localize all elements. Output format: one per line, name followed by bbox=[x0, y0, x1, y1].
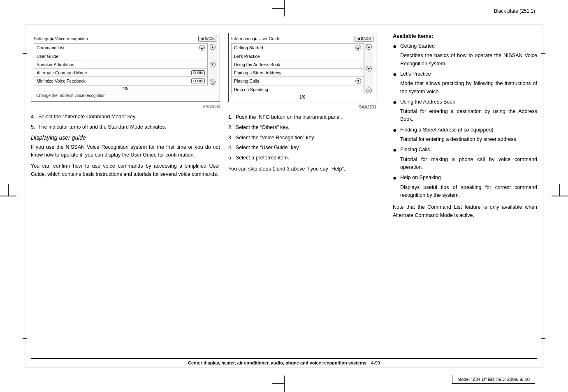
upper-section: Settings ▶ Voice recognition ◀ BACK Comm… bbox=[31, 29, 537, 219]
screen1-rows: Command List ▲ User Guide Speaker Adapta… bbox=[34, 43, 208, 85]
section-heading: Displaying user guide bbox=[31, 134, 220, 141]
right-heading: Available items: bbox=[393, 33, 537, 39]
page-border-right bbox=[543, 25, 543, 367]
screen2-row-4-label: Placing Calls bbox=[234, 78, 259, 83]
right-item-3-label: Finding a Street Address (if so equipped… bbox=[400, 126, 494, 134]
crosshair-top-h bbox=[272, 8, 284, 9]
bullet-2: ● bbox=[393, 98, 400, 106]
screen1-row-3-label: Alternate Command Mode bbox=[37, 70, 87, 75]
right-item-5-desc: Displays useful tips of speaking for cor… bbox=[400, 184, 537, 200]
screen2-down-btn[interactable]: ▼ bbox=[355, 78, 361, 84]
bullet-5: ● bbox=[393, 174, 400, 182]
right-item-4: ● Placing Calls bbox=[393, 146, 537, 154]
crosshair-left-v bbox=[8, 184, 9, 196]
right-item-3-content: Finding a Street Address (if so equipped… bbox=[400, 126, 494, 134]
model-box: Model "Z34-D" EDITED: 2009/ 9/ 10 bbox=[452, 375, 535, 384]
screen1-row-4-label: Minimize Voice Feedback bbox=[37, 78, 86, 83]
screen2-rows: Getting Started ▲ Let's Practice Using t… bbox=[231, 43, 364, 94]
screen1-rows-main: Command List ▲ User Guide Speaker Adapta… bbox=[34, 43, 208, 85]
section-para1: If you use the NISSAN Voice Recognition … bbox=[31, 143, 220, 159]
footer-page: 4-99 bbox=[371, 360, 380, 365]
crosshair-bottom-h bbox=[272, 383, 284, 384]
left-step-5: 5. The indicator turns off and the Stand… bbox=[31, 123, 220, 131]
right-item-1: ● Let’s Practice bbox=[393, 70, 537, 78]
screen1-scroll-down[interactable]: ▼ bbox=[210, 62, 216, 67]
left-steps-list: 4. Select the “Alternate Command Mode” k… bbox=[31, 113, 220, 131]
bullet-4: ● bbox=[393, 146, 400, 154]
screen1-up-btn[interactable]: ▲ bbox=[199, 45, 205, 51]
screen1-row-1[interactable]: User Guide bbox=[34, 52, 207, 60]
mid-step-3-num: 3. bbox=[228, 134, 236, 142]
screen1-row-1-label: User Guide bbox=[37, 54, 58, 59]
middle-step-2: 2. Select the “Others” key. bbox=[228, 124, 376, 131]
screen1-scroll-up[interactable]: ▲ bbox=[210, 44, 216, 50]
mid-step-2-text: Select the “Others” key. bbox=[236, 124, 376, 131]
note-para: Note that the Command List feature is on… bbox=[393, 203, 537, 219]
side-mark-left-bottom bbox=[23, 338, 27, 339]
right-item-3: ● Finding a Street Address (if so equipp… bbox=[393, 126, 537, 134]
mid-step-1-text: Push the INFO button on the instrument p… bbox=[236, 113, 376, 121]
screen2-scroll-home[interactable]: △ bbox=[366, 88, 372, 93]
screen2-row-5[interactable]: Help on Speaking bbox=[232, 85, 364, 94]
page-border-top bbox=[25, 25, 543, 25]
middle-steps-list: 1. Push the INFO button on the instrumen… bbox=[228, 113, 376, 162]
page-border-bottom bbox=[25, 367, 543, 367]
screen1-saa: SAA2530 bbox=[31, 104, 220, 109]
footer-label: Center display, heater, air conditioner,… bbox=[188, 360, 366, 365]
screen2-scroll-up[interactable]: ▲ bbox=[366, 44, 372, 50]
screen2-row-3[interactable]: Finding a Street Address bbox=[232, 69, 364, 77]
screen2-scroll-down[interactable]: ▼ bbox=[366, 66, 372, 71]
right-item-2-content: Using the Address Book bbox=[400, 98, 455, 106]
screen1-scroll-home[interactable]: △ bbox=[210, 79, 216, 85]
crosshair-right-v bbox=[559, 184, 560, 196]
screen1-row-4[interactable]: Minimize Voice Feedback O ON bbox=[34, 77, 207, 85]
screen2-row-4[interactable]: Placing Calls ▼ bbox=[232, 77, 364, 85]
mid-step-5-text: Select a preferred item. bbox=[236, 154, 376, 162]
left-step-4-num: 4. bbox=[31, 113, 38, 121]
screen1-path: Settings ▶ Voice recognition bbox=[34, 36, 88, 41]
screen2-up-btn[interactable]: ▲ bbox=[355, 45, 361, 51]
mid-step-5-num: 5. bbox=[228, 154, 236, 162]
left-steps-section: 4. Select the “Alternate Command Mode” k… bbox=[31, 113, 220, 178]
screen1-row-2[interactable]: Speaker Adaptation bbox=[34, 60, 207, 69]
left-step-4: 4. Select the “Alternate Command Mode” k… bbox=[31, 113, 220, 121]
right-item-0-content: Getting Started bbox=[400, 42, 435, 50]
middle-steps-section: 1. Push the INFO button on the instrumen… bbox=[228, 113, 376, 173]
left-step-4-text: Select the “Alternate Command Mode” key. bbox=[38, 113, 220, 121]
side-mark-right-bottom bbox=[541, 338, 545, 339]
screen2-row-2-label: Using the Address Book bbox=[234, 62, 280, 67]
screen1-header: Settings ▶ Voice recognition ◀ BACK bbox=[34, 36, 217, 42]
screen1-row-2-label: Speaker Adaptation bbox=[37, 62, 74, 67]
screen1-back-btn[interactable]: ◀ BACK bbox=[198, 36, 217, 42]
screen2-row-1[interactable]: Let's Practice bbox=[232, 52, 364, 60]
left-step-5-num: 5. bbox=[31, 123, 38, 131]
screen2-row-0[interactable]: Getting Started ▲ bbox=[232, 44, 364, 52]
screen2-rows-main: Getting Started ▲ Let's Practice Using t… bbox=[231, 43, 364, 94]
screen1-row-0[interactable]: Command List ▲ bbox=[34, 44, 207, 52]
mid-step-3-text: Select the “Voice Recognition” key. bbox=[236, 134, 376, 142]
screen2-header: Information ▶ User Guide ◀ BACK bbox=[231, 36, 373, 42]
screen2-saa: SAA2531 bbox=[228, 105, 376, 109]
right-item-4-desc: Tutorial for making a phone call by voic… bbox=[400, 156, 537, 172]
screen1-footer: Change the mode of voice recognition bbox=[34, 92, 217, 99]
screen2-row-2[interactable]: Using the Address Book bbox=[232, 60, 364, 69]
bullet-0: ● bbox=[393, 42, 400, 50]
footer-text: Center display, heater, air conditioner,… bbox=[188, 360, 380, 365]
right-item-2-label: Using the Address Book bbox=[400, 98, 455, 106]
right-item-0-label: Getting Started bbox=[400, 42, 435, 50]
screen1-box: Settings ▶ Voice recognition ◀ BACK Comm… bbox=[31, 33, 220, 102]
screen1-row-4-on: O ON bbox=[191, 78, 205, 83]
mid-step-4-num: 4. bbox=[228, 144, 236, 152]
screen1-row-3[interactable]: Alternate Command Mode O ON bbox=[34, 69, 207, 77]
right-item-4-content: Placing Calls bbox=[400, 146, 430, 154]
screen2-scroll-side: ▲ ▼ △ bbox=[364, 43, 373, 94]
screen2-page: 1/6 bbox=[231, 95, 373, 99]
right-column: Available items: ● Getting Started Descr… bbox=[385, 33, 537, 219]
plate-info: Black plate (251,1) bbox=[494, 8, 535, 14]
middle-step-5: 5. Select a preferred item. bbox=[228, 154, 376, 162]
screen2-box: Information ▶ User Guide ◀ BACK Getting … bbox=[228, 33, 376, 102]
screen2-row-3-label: Finding a Street Address bbox=[234, 70, 281, 75]
right-item-0: ● Getting Started bbox=[393, 42, 537, 50]
screen2-rows-wrapper: Getting Started ▲ Let's Practice Using t… bbox=[231, 43, 373, 94]
screen2-back-btn[interactable]: ◀ BACK bbox=[355, 36, 373, 42]
